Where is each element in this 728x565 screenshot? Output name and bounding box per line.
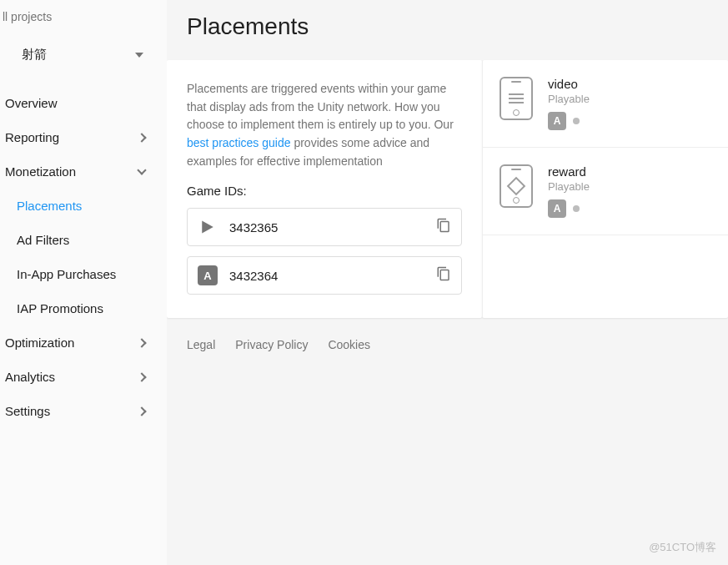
content-row: Placements are triggered events within y… <box>167 60 728 318</box>
placement-subtitle: Playable <box>548 180 728 193</box>
badge-a-icon: A <box>548 199 566 218</box>
copy-button[interactable] <box>436 218 451 236</box>
phone-video-icon <box>500 77 533 120</box>
project-name: 射箭 <box>22 47 47 63</box>
chevron-right-icon <box>137 338 146 347</box>
nav-label: Settings <box>5 404 50 418</box>
sidebar: ll projects 射箭 Overview Reporting Moneti… <box>0 0 167 565</box>
google-play-icon <box>198 217 218 237</box>
badge-a-icon: A <box>548 112 566 130</box>
chevron-right-icon <box>137 372 146 381</box>
copy-button[interactable] <box>436 266 451 285</box>
nav-label: In-App Purchases <box>17 267 116 281</box>
nav-iap-promotions[interactable]: IAP Promotions <box>0 291 167 325</box>
nav-label: IAP Promotions <box>17 301 103 315</box>
nav-label: Analytics <box>5 370 55 384</box>
placement-info: reward Playable A <box>548 164 728 218</box>
game-id-row-apple: A 3432364 <box>187 256 462 295</box>
placement-badges: A <box>548 199 728 218</box>
nav-label: Ad Filters <box>17 233 69 247</box>
info-card: Placements are triggered events within y… <box>167 60 482 318</box>
footer-privacy-link[interactable]: Privacy Policy <box>235 338 308 351</box>
watermark: @51CTO博客 <box>649 540 716 555</box>
nav-label: Reporting <box>5 130 59 144</box>
project-selector[interactable]: 射箭 <box>0 38 167 71</box>
nav-analytics[interactable]: Analytics <box>0 360 167 394</box>
nav-settings[interactable]: Settings <box>0 394 167 428</box>
page-title: Placements <box>167 0 728 60</box>
placement-row[interactable]: video Playable A <box>483 60 728 148</box>
game-ids-label: Game IDs: <box>187 184 462 198</box>
main: Placements Placements are triggered even… <box>167 0 728 565</box>
game-id-value: 3432364 <box>229 269 424 283</box>
footer-cookies-link[interactable]: Cookies <box>328 338 370 351</box>
placement-title: reward <box>548 164 728 179</box>
placements-list: video Playable A reward Playable <box>482 60 728 318</box>
nav-overview[interactable]: Overview <box>0 86 167 120</box>
nav: Overview Reporting Monetization Placemen… <box>0 86 167 428</box>
status-dot-icon <box>573 118 580 124</box>
nav-in-app-purchases[interactable]: In-App Purchases <box>0 257 167 291</box>
nav-placements[interactable]: Placements <box>0 189 167 223</box>
placement-subtitle: Playable <box>548 93 728 105</box>
placement-row[interactable]: reward Playable A <box>483 148 728 235</box>
chevron-down-icon <box>137 165 146 174</box>
info-text: Placements are triggered events within y… <box>187 80 462 170</box>
chevron-right-icon <box>137 133 146 142</box>
nav-label: Placements <box>17 199 82 213</box>
app-store-icon: A <box>198 265 218 285</box>
caret-down-icon <box>135 53 143 58</box>
nav-label: Optimization <box>5 335 74 350</box>
nav-monetization[interactable]: Monetization <box>0 154 167 189</box>
nav-ad-filters[interactable]: Ad Filters <box>0 223 167 257</box>
footer-legal-link[interactable]: Legal <box>187 338 215 351</box>
game-id-row-google: 3432365 <box>187 208 462 246</box>
nav-label: Overview <box>5 96 58 110</box>
nav-reporting[interactable]: Reporting <box>0 120 167 154</box>
best-practices-link[interactable]: best practices guide <box>187 136 291 149</box>
chevron-right-icon <box>137 406 146 416</box>
status-dot-icon <box>573 205 580 212</box>
placement-badges: A <box>548 112 728 130</box>
placement-info: video Playable A <box>548 77 728 130</box>
game-id-value: 3432365 <box>229 220 424 235</box>
placement-title: video <box>548 77 728 91</box>
nav-optimization[interactable]: Optimization <box>0 325 167 360</box>
info-text-part1: Placements are triggered events within y… <box>187 82 454 131</box>
nav-label: Monetization <box>5 164 76 179</box>
all-projects-link[interactable]: ll projects <box>0 5 167 38</box>
footer-links: Legal Privacy Policy Cookies <box>167 318 728 351</box>
phone-rewarded-icon <box>500 164 533 208</box>
